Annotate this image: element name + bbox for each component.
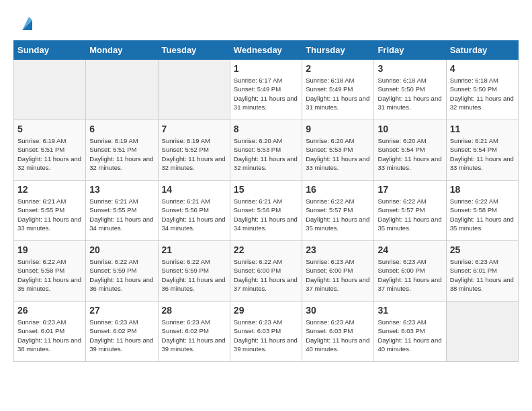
day-info: Sunrise: 6:21 AM Sunset: 5:56 PM Dayligh… xyxy=(162,197,226,232)
day-number: 25 xyxy=(450,244,515,255)
day-header-saturday: Saturday xyxy=(446,41,518,60)
day-info: Sunrise: 6:18 AM Sunset: 5:50 PM Dayligh… xyxy=(378,76,442,111)
calendar-cell: 5Sunrise: 6:19 AM Sunset: 5:51 PM Daylig… xyxy=(14,120,86,181)
day-number: 5 xyxy=(17,124,82,134)
day-number: 19 xyxy=(17,244,82,255)
logo-icon xyxy=(15,13,36,34)
day-number: 26 xyxy=(17,305,82,316)
calendar-cell: 14Sunrise: 6:21 AM Sunset: 5:56 PM Dayli… xyxy=(158,181,230,241)
calendar-cell: 29Sunrise: 6:23 AM Sunset: 6:03 PM Dayli… xyxy=(230,302,302,362)
day-info: Sunrise: 6:22 AM Sunset: 5:57 PM Dayligh… xyxy=(306,197,370,232)
calendar-cell: 4Sunrise: 6:18 AM Sunset: 5:50 PM Daylig… xyxy=(446,60,518,120)
calendar-cell: 18Sunrise: 6:22 AM Sunset: 5:58 PM Dayli… xyxy=(446,181,518,241)
day-info: Sunrise: 6:21 AM Sunset: 5:55 PM Dayligh… xyxy=(89,197,154,232)
week-row-2: 5Sunrise: 6:19 AM Sunset: 5:51 PM Daylig… xyxy=(14,120,519,181)
calendar-cell: 22Sunrise: 6:22 AM Sunset: 6:00 PM Dayli… xyxy=(230,241,302,302)
day-info: Sunrise: 6:20 AM Sunset: 5:54 PM Dayligh… xyxy=(378,136,442,172)
day-info: Sunrise: 6:22 AM Sunset: 6:00 PM Dayligh… xyxy=(234,257,298,293)
day-number: 29 xyxy=(234,305,298,316)
page-header xyxy=(13,13,519,34)
calendar-cell: 27Sunrise: 6:23 AM Sunset: 6:02 PM Dayli… xyxy=(86,302,158,362)
calendar-cell: 13Sunrise: 6:21 AM Sunset: 5:55 PM Dayli… xyxy=(86,181,158,241)
calendar-cell: 21Sunrise: 6:22 AM Sunset: 5:59 PM Dayli… xyxy=(158,241,230,302)
day-number: 10 xyxy=(378,124,442,134)
calendar-cell: 7Sunrise: 6:19 AM Sunset: 5:52 PM Daylig… xyxy=(158,120,230,181)
calendar-cell: 9Sunrise: 6:20 AM Sunset: 5:53 PM Daylig… xyxy=(302,120,374,181)
day-info: Sunrise: 6:19 AM Sunset: 5:51 PM Dayligh… xyxy=(17,136,82,172)
calendar-cell: 26Sunrise: 6:23 AM Sunset: 6:01 PM Dayli… xyxy=(14,302,86,362)
day-number: 23 xyxy=(306,244,370,255)
day-number: 2 xyxy=(306,63,370,74)
calendar-cell: 11Sunrise: 6:21 AM Sunset: 5:54 PM Dayli… xyxy=(446,120,518,181)
day-number: 11 xyxy=(450,124,515,134)
day-number: 3 xyxy=(378,63,442,74)
calendar-cell: 15Sunrise: 6:21 AM Sunset: 5:56 PM Dayli… xyxy=(230,181,302,241)
day-info: Sunrise: 6:21 AM Sunset: 5:56 PM Dayligh… xyxy=(234,197,298,232)
day-info: Sunrise: 6:23 AM Sunset: 6:01 PM Dayligh… xyxy=(450,257,515,293)
day-info: Sunrise: 6:23 AM Sunset: 6:03 PM Dayligh… xyxy=(234,318,298,353)
day-info: Sunrise: 6:19 AM Sunset: 5:51 PM Dayligh… xyxy=(89,136,154,172)
day-number: 30 xyxy=(306,305,370,316)
day-number: 8 xyxy=(234,124,298,134)
calendar-cell xyxy=(446,302,518,362)
day-number: 16 xyxy=(306,184,370,195)
calendar-cell xyxy=(14,60,86,120)
day-info: Sunrise: 6:19 AM Sunset: 5:52 PM Dayligh… xyxy=(162,136,226,172)
day-header-tuesday: Tuesday xyxy=(158,41,230,60)
day-info: Sunrise: 6:23 AM Sunset: 6:02 PM Dayligh… xyxy=(89,318,154,353)
day-header-sunday: Sunday xyxy=(14,41,86,60)
day-info: Sunrise: 6:22 AM Sunset: 5:57 PM Dayligh… xyxy=(378,197,442,232)
day-info: Sunrise: 6:20 AM Sunset: 5:53 PM Dayligh… xyxy=(234,136,298,172)
day-number: 15 xyxy=(234,184,298,195)
day-number: 27 xyxy=(89,305,154,316)
calendar-cell: 25Sunrise: 6:23 AM Sunset: 6:01 PM Dayli… xyxy=(446,241,518,302)
week-row-3: 12Sunrise: 6:21 AM Sunset: 5:55 PM Dayli… xyxy=(14,181,519,241)
day-header-monday: Monday xyxy=(86,41,158,60)
day-number: 6 xyxy=(89,124,154,134)
calendar-cell: 16Sunrise: 6:22 AM Sunset: 5:57 PM Dayli… xyxy=(302,181,374,241)
calendar-cell: 30Sunrise: 6:23 AM Sunset: 6:03 PM Dayli… xyxy=(302,302,374,362)
day-info: Sunrise: 6:22 AM Sunset: 5:59 PM Dayligh… xyxy=(89,257,154,293)
day-number: 13 xyxy=(89,184,154,195)
calendar-cell: 24Sunrise: 6:23 AM Sunset: 6:00 PM Dayli… xyxy=(374,241,446,302)
calendar-cell: 6Sunrise: 6:19 AM Sunset: 5:51 PM Daylig… xyxy=(86,120,158,181)
week-row-4: 19Sunrise: 6:22 AM Sunset: 5:58 PM Dayli… xyxy=(14,241,519,302)
calendar-cell: 17Sunrise: 6:22 AM Sunset: 5:57 PM Dayli… xyxy=(374,181,446,241)
day-number: 31 xyxy=(378,305,442,316)
day-number: 17 xyxy=(378,184,442,195)
calendar-table: SundayMondayTuesdayWednesdayThursdayFrid… xyxy=(13,40,519,362)
day-number: 28 xyxy=(162,305,226,316)
day-headers-row: SundayMondayTuesdayWednesdayThursdayFrid… xyxy=(14,41,519,60)
calendar-cell: 20Sunrise: 6:22 AM Sunset: 5:59 PM Dayli… xyxy=(86,241,158,302)
day-number: 21 xyxy=(162,244,226,255)
day-info: Sunrise: 6:21 AM Sunset: 5:55 PM Dayligh… xyxy=(17,197,82,232)
calendar-cell: 31Sunrise: 6:23 AM Sunset: 6:03 PM Dayli… xyxy=(374,302,446,362)
week-row-1: 1Sunrise: 6:17 AM Sunset: 5:49 PM Daylig… xyxy=(14,60,519,120)
day-info: Sunrise: 6:17 AM Sunset: 5:49 PM Dayligh… xyxy=(234,76,298,111)
day-info: Sunrise: 6:22 AM Sunset: 5:58 PM Dayligh… xyxy=(450,197,515,232)
calendar-cell: 28Sunrise: 6:23 AM Sunset: 6:02 PM Dayli… xyxy=(158,302,230,362)
day-info: Sunrise: 6:23 AM Sunset: 6:03 PM Dayligh… xyxy=(306,318,370,353)
day-info: Sunrise: 6:22 AM Sunset: 5:58 PM Dayligh… xyxy=(17,257,82,293)
day-info: Sunrise: 6:23 AM Sunset: 6:03 PM Dayligh… xyxy=(378,318,442,353)
day-info: Sunrise: 6:22 AM Sunset: 5:59 PM Dayligh… xyxy=(162,257,226,293)
calendar-cell: 23Sunrise: 6:23 AM Sunset: 6:00 PM Dayli… xyxy=(302,241,374,302)
calendar-cell: 19Sunrise: 6:22 AM Sunset: 5:58 PM Dayli… xyxy=(14,241,86,302)
day-number: 20 xyxy=(89,244,154,255)
day-number: 12 xyxy=(17,184,82,195)
day-info: Sunrise: 6:23 AM Sunset: 6:00 PM Dayligh… xyxy=(306,257,370,293)
day-number: 9 xyxy=(306,124,370,134)
logo xyxy=(13,13,36,34)
calendar-cell: 2Sunrise: 6:18 AM Sunset: 5:49 PM Daylig… xyxy=(302,60,374,120)
day-header-wednesday: Wednesday xyxy=(230,41,302,60)
day-number: 1 xyxy=(234,63,298,74)
day-info: Sunrise: 6:23 AM Sunset: 6:01 PM Dayligh… xyxy=(17,318,82,353)
day-info: Sunrise: 6:20 AM Sunset: 5:53 PM Dayligh… xyxy=(306,136,370,172)
calendar-cell xyxy=(86,60,158,120)
day-number: 24 xyxy=(378,244,442,255)
calendar-cell: 1Sunrise: 6:17 AM Sunset: 5:49 PM Daylig… xyxy=(230,60,302,120)
day-info: Sunrise: 6:21 AM Sunset: 5:54 PM Dayligh… xyxy=(450,136,515,172)
day-number: 18 xyxy=(450,184,515,195)
day-info: Sunrise: 6:18 AM Sunset: 5:49 PM Dayligh… xyxy=(306,76,370,111)
day-number: 22 xyxy=(234,244,298,255)
